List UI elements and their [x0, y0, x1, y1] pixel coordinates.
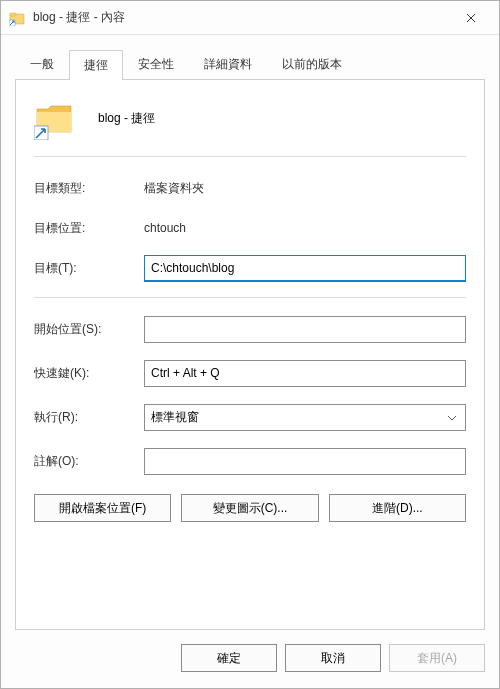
run-select-value: 標準視窗 — [151, 409, 199, 426]
apply-button[interactable]: 套用(A) — [389, 644, 485, 672]
tab-bar: 一般 捷徑 安全性 詳細資料 以前的版本 — [1, 35, 499, 79]
tab-panel-shortcut: blog - 捷徑 目標類型: 檔案資料夾 目標位置: chtouch 目標(T… — [15, 79, 485, 630]
cancel-button[interactable]: 取消 — [285, 644, 381, 672]
label-target: 目標(T): — [34, 260, 144, 277]
ok-button[interactable]: 確定 — [181, 644, 277, 672]
close-icon — [466, 13, 476, 23]
folder-shortcut-icon — [9, 10, 25, 26]
change-icon-button[interactable]: 變更圖示(C)... — [181, 494, 318, 522]
label-shortcut-key: 快速鍵(K): — [34, 365, 144, 382]
label-run: 執行(R): — [34, 409, 144, 426]
close-button[interactable] — [451, 3, 491, 33]
window-title: blog - 捷徑 - 內容 — [33, 9, 451, 26]
action-row: 開啟檔案位置(F) 變更圖示(C)... 進階(D)... — [34, 494, 466, 522]
label-target-type: 目標類型: — [34, 180, 144, 197]
shortcut-name: blog - 捷徑 — [98, 110, 155, 127]
chevron-down-icon — [447, 410, 457, 424]
shortcut-key-input[interactable] — [144, 360, 466, 387]
target-input[interactable] — [144, 255, 466, 282]
separator — [34, 297, 466, 298]
start-in-input[interactable] — [144, 316, 466, 343]
folder-shortcut-large-icon — [34, 98, 74, 138]
properties-window: blog - 捷徑 - 內容 一般 捷徑 安全性 詳細資料 以前的版本 blog… — [0, 0, 500, 689]
titlebar: blog - 捷徑 - 內容 — [1, 1, 499, 35]
tab-previous-versions[interactable]: 以前的版本 — [267, 49, 357, 79]
comment-input[interactable] — [144, 448, 466, 475]
label-target-location: 目標位置: — [34, 220, 144, 237]
tab-details[interactable]: 詳細資料 — [189, 49, 267, 79]
value-target-type: 檔案資料夾 — [144, 180, 466, 197]
open-file-location-button[interactable]: 開啟檔案位置(F) — [34, 494, 171, 522]
header-row: blog - 捷徑 — [34, 98, 466, 156]
tab-general[interactable]: 一般 — [15, 49, 69, 79]
dialog-footer: 確定 取消 套用(A) — [1, 644, 499, 688]
label-start-in: 開始位置(S): — [34, 321, 144, 338]
svg-rect-1 — [10, 13, 16, 16]
value-target-location: chtouch — [144, 221, 466, 235]
advanced-button[interactable]: 進階(D)... — [329, 494, 466, 522]
tab-security[interactable]: 安全性 — [123, 49, 189, 79]
tab-shortcut[interactable]: 捷徑 — [69, 50, 123, 80]
run-select[interactable]: 標準視窗 — [144, 404, 466, 431]
separator — [34, 156, 466, 157]
label-comment: 註解(O): — [34, 453, 144, 470]
